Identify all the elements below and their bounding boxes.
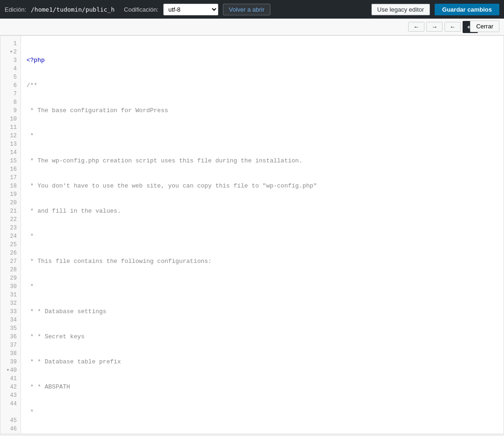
line-number: 5: [0, 73, 20, 81]
codification-label: Codificación:: [124, 6, 158, 13]
line-number: 13: [0, 140, 20, 148]
line-number: 23: [0, 224, 20, 232]
line-numbers: 1 ▼2 3 4 5 6 7 8 9 10 11 12 13 14 15 16 …: [0, 36, 21, 434]
line-number: 43: [0, 391, 20, 400]
line-number: [0, 408, 20, 416]
toolbar: Edición: /home1/tudomin/public_h Codific…: [0, 0, 504, 19]
line-number: 15: [0, 157, 20, 165]
line-number: 37: [0, 341, 20, 349]
line-number: 14: [0, 148, 20, 157]
line-number: 22: [0, 215, 20, 224]
line-number: 17: [0, 174, 20, 182]
line-number: 21: [0, 207, 20, 215]
code-line: * @link https://wordpress.org/support/ar…: [27, 433, 504, 434]
code-content[interactable]: <?php /** * The base configuration for W…: [21, 36, 504, 434]
save-button[interactable]: Guardar cambios: [435, 4, 499, 15]
line-number: ▼40: [0, 366, 20, 375]
line-number: 24: [0, 232, 20, 241]
line-number: 20: [0, 199, 20, 207]
line-number: 41: [0, 375, 20, 383]
file-path: /home1/tudomin/public_h: [31, 6, 114, 13]
line-number: 19: [0, 190, 20, 199]
line-number: 29: [0, 274, 20, 282]
line-number: 7: [0, 90, 20, 98]
line-number: 10: [0, 115, 20, 123]
line-number: 12: [0, 132, 20, 140]
line-number: 1: [0, 40, 20, 48]
line-number: 39: [0, 358, 20, 366]
line-number: 47: [0, 433, 20, 434]
line-number: 30: [0, 282, 20, 291]
legacy-editor-button[interactable]: Use legacy editor: [371, 4, 430, 15]
edition-label: Edición:: [5, 6, 26, 13]
line-number: 35: [0, 324, 20, 333]
code-line: *: [27, 232, 504, 241]
code-line: * * Secret keys: [27, 333, 504, 341]
code-line: *: [27, 132, 504, 140]
line-number: 6: [0, 81, 20, 90]
line-number: 11: [0, 123, 20, 132]
line-number: 8: [0, 98, 20, 107]
nav-btn-3[interactable]: ←: [444, 22, 461, 32]
line-number: ▼2: [0, 48, 20, 56]
code-line: * The wp-config.php creation script uses…: [27, 157, 504, 165]
line-number: 31: [0, 291, 20, 299]
line-number: 36: [0, 333, 20, 341]
editor-container: 1 ▼2 3 4 5 6 7 8 9 10 11 12 13 14 15 16 …: [0, 35, 504, 434]
line-number: 32: [0, 299, 20, 308]
line-number: 9: [0, 107, 20, 115]
encoding-select[interactable]: utf-8 iso-8859-1 windows-1252: [163, 4, 218, 15]
code-line: * and fill in the values.: [27, 207, 504, 215]
line-number: 16: [0, 165, 20, 174]
line-number: 26: [0, 249, 20, 257]
line-number: 45: [0, 416, 20, 425]
nav-btn-2[interactable]: →: [426, 22, 443, 32]
line-number: 34: [0, 316, 20, 324]
line-number: 27: [0, 257, 20, 266]
code-line: * * ABSPATH: [27, 383, 504, 391]
line-number: 28: [0, 266, 20, 274]
reopen-button[interactable]: Volver a abrir: [223, 4, 271, 15]
code-line: *: [27, 282, 504, 291]
line-number: 4: [0, 65, 20, 73]
line-number: 33: [0, 308, 20, 316]
code-line: *: [27, 408, 504, 416]
line-number: 25: [0, 241, 20, 249]
toolbar2: ← → ← ⇔: [0, 19, 504, 35]
code-line: <?php: [27, 56, 504, 65]
line-number: 42: [0, 383, 20, 391]
code-line: * The base configuration for WordPress: [27, 107, 504, 115]
line-number: 44: [0, 400, 20, 408]
nav-btn-1[interactable]: ←: [408, 22, 424, 32]
code-line: /**: [27, 81, 504, 90]
close-button[interactable]: Cerrar: [470, 20, 499, 32]
code-line: * * Database settings: [27, 308, 504, 316]
line-number: 38: [0, 349, 20, 358]
line-number: 18: [0, 182, 20, 190]
code-line: * * Database table prefix: [27, 358, 504, 366]
line-number: 3: [0, 56, 20, 65]
line-number: 46: [0, 425, 20, 433]
code-line: * You don't have to use the web site, yo…: [27, 182, 504, 190]
code-line: * This file contains the following confi…: [27, 257, 504, 266]
